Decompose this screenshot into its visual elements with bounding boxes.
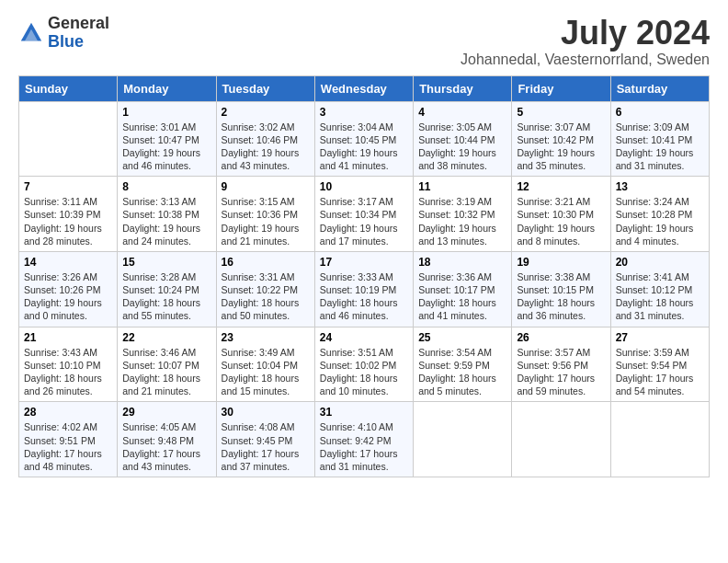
cell-sun-info: Sunrise: 3:43 AMSunset: 10:10 PMDaylight… (24, 346, 112, 398)
day-number: 30 (222, 406, 310, 419)
calendar-cell: 11Sunrise: 3:19 AMSunset: 10:32 PMDaylig… (414, 177, 512, 252)
calendar-cell: 3Sunrise: 3:04 AMSunset: 10:45 PMDayligh… (314, 101, 413, 177)
cell-sun-info: Sunrise: 3:26 AMSunset: 10:26 PMDaylight… (24, 270, 112, 323)
day-number: 17 (320, 256, 408, 269)
day-number: 9 (222, 180, 310, 193)
cell-sun-info: Sunrise: 3:36 AMSunset: 10:17 PMDaylight… (418, 270, 506, 323)
day-number: 11 (418, 180, 506, 193)
calendar-cell: 25Sunrise: 3:54 AMSunset: 9:59 PMDayligh… (414, 327, 512, 402)
day-number: 28 (24, 406, 112, 419)
logo-text: General Blue (48, 15, 109, 52)
day-number: 26 (517, 331, 605, 344)
calendar-cell: 18Sunrise: 3:36 AMSunset: 10:17 PMDaylig… (414, 251, 512, 327)
header-wednesday: Wednesday (314, 75, 413, 101)
cell-sun-info: Sunrise: 4:02 AMSunset: 9:51 PMDaylight:… (24, 420, 112, 473)
day-number: 15 (122, 256, 210, 269)
calendar-header: Sunday Monday Tuesday Wednesday Thursday… (19, 75, 710, 101)
cell-sun-info: Sunrise: 4:05 AMSunset: 9:48 PMDaylight:… (122, 420, 210, 473)
calendar-cell: 8Sunrise: 3:13 AMSunset: 10:38 PMDayligh… (118, 177, 216, 252)
calendar-cell: 17Sunrise: 3:33 AMSunset: 10:19 PMDaylig… (314, 251, 413, 327)
cell-sun-info: Sunrise: 3:21 AMSunset: 10:30 PMDaylight… (517, 195, 605, 247)
header-friday: Friday (512, 75, 610, 101)
day-number: 7 (24, 180, 112, 193)
calendar-cell: 31Sunrise: 4:10 AMSunset: 9:42 PMDayligh… (314, 402, 413, 477)
month-year-title: July 2024 (461, 15, 710, 52)
calendar-cell: 24Sunrise: 3:51 AMSunset: 10:02 PMDaylig… (314, 327, 413, 402)
cell-sun-info: Sunrise: 3:54 AMSunset: 9:59 PMDaylight:… (418, 346, 506, 398)
day-number: 18 (418, 256, 506, 269)
day-number: 13 (616, 180, 704, 193)
day-number: 22 (122, 331, 210, 344)
cell-sun-info: Sunrise: 3:59 AMSunset: 9:54 PMDaylight:… (616, 346, 704, 398)
header-thursday: Thursday (414, 75, 512, 101)
calendar-cell: 4Sunrise: 3:05 AMSunset: 10:44 PMDayligh… (414, 101, 512, 177)
cell-sun-info: Sunrise: 3:11 AMSunset: 10:39 PMDaylight… (24, 195, 112, 247)
header-sunday: Sunday (19, 75, 118, 101)
cell-sun-info: Sunrise: 3:46 AMSunset: 10:07 PMDaylight… (122, 346, 210, 398)
day-number: 14 (24, 256, 112, 269)
calendar-week-3: 14Sunrise: 3:26 AMSunset: 10:26 PMDaylig… (19, 251, 710, 327)
header-tuesday: Tuesday (216, 75, 314, 101)
cell-sun-info: Sunrise: 3:33 AMSunset: 10:19 PMDaylight… (320, 270, 408, 323)
calendar-cell: 30Sunrise: 4:08 AMSunset: 9:45 PMDayligh… (216, 402, 314, 477)
day-number: 3 (320, 106, 408, 119)
calendar-cell: 5Sunrise: 3:07 AMSunset: 10:42 PMDayligh… (512, 101, 610, 177)
logo-icon (18, 20, 44, 46)
day-number: 1 (122, 106, 210, 119)
cell-sun-info: Sunrise: 4:08 AMSunset: 9:45 PMDaylight:… (222, 420, 310, 473)
location-subtitle: Johannedal, Vaesternorrland, Sweden (461, 52, 710, 68)
page-header: General Blue July 2024 Johannedal, Vaest… (18, 15, 710, 68)
day-number: 29 (122, 406, 210, 419)
calendar-cell: 1Sunrise: 3:01 AMSunset: 10:47 PMDayligh… (118, 101, 216, 177)
day-number: 10 (320, 180, 408, 193)
cell-sun-info: Sunrise: 4:10 AMSunset: 9:42 PMDaylight:… (320, 420, 408, 473)
calendar-cell: 26Sunrise: 3:57 AMSunset: 9:56 PMDayligh… (512, 327, 610, 402)
calendar-week-5: 28Sunrise: 4:02 AMSunset: 9:51 PMDayligh… (19, 402, 710, 477)
cell-sun-info: Sunrise: 3:49 AMSunset: 10:04 PMDaylight… (222, 346, 310, 398)
calendar-cell: 12Sunrise: 3:21 AMSunset: 10:30 PMDaylig… (512, 177, 610, 252)
calendar-cell: 21Sunrise: 3:43 AMSunset: 10:10 PMDaylig… (19, 327, 118, 402)
calendar-week-4: 21Sunrise: 3:43 AMSunset: 10:10 PMDaylig… (19, 327, 710, 402)
cell-sun-info: Sunrise: 3:41 AMSunset: 10:12 PMDaylight… (616, 270, 704, 323)
calendar-cell: 27Sunrise: 3:59 AMSunset: 9:54 PMDayligh… (610, 327, 709, 402)
calendar-cell (512, 402, 610, 477)
day-number: 24 (320, 331, 408, 344)
cell-sun-info: Sunrise: 3:05 AMSunset: 10:44 PMDaylight… (418, 121, 506, 173)
cell-sun-info: Sunrise: 3:24 AMSunset: 10:28 PMDaylight… (616, 195, 704, 247)
calendar-body: 1Sunrise: 3:01 AMSunset: 10:47 PMDayligh… (19, 101, 710, 477)
cell-sun-info: Sunrise: 3:28 AMSunset: 10:24 PMDaylight… (122, 270, 210, 323)
calendar-cell: 6Sunrise: 3:09 AMSunset: 10:41 PMDayligh… (610, 101, 709, 177)
cell-sun-info: Sunrise: 3:04 AMSunset: 10:45 PMDaylight… (320, 121, 408, 173)
cell-sun-info: Sunrise: 3:57 AMSunset: 9:56 PMDaylight:… (517, 346, 605, 398)
title-block: July 2024 Johannedal, Vaesternorrland, S… (461, 15, 710, 68)
day-number: 19 (517, 256, 605, 269)
calendar-cell (414, 402, 512, 477)
cell-sun-info: Sunrise: 3:38 AMSunset: 10:15 PMDaylight… (517, 270, 605, 323)
cell-sun-info: Sunrise: 3:07 AMSunset: 10:42 PMDaylight… (517, 121, 605, 173)
calendar-cell: 2Sunrise: 3:02 AMSunset: 10:46 PMDayligh… (216, 101, 314, 177)
calendar-week-2: 7Sunrise: 3:11 AMSunset: 10:39 PMDayligh… (19, 177, 710, 252)
calendar-week-1: 1Sunrise: 3:01 AMSunset: 10:47 PMDayligh… (19, 101, 710, 177)
day-number: 6 (616, 106, 704, 119)
day-number: 23 (222, 331, 310, 344)
cell-sun-info: Sunrise: 3:51 AMSunset: 10:02 PMDaylight… (320, 346, 408, 398)
day-number: 20 (616, 256, 704, 269)
calendar-cell (610, 402, 709, 477)
calendar-cell: 19Sunrise: 3:38 AMSunset: 10:15 PMDaylig… (512, 251, 610, 327)
cell-sun-info: Sunrise: 3:19 AMSunset: 10:32 PMDaylight… (418, 195, 506, 247)
day-number: 2 (222, 106, 310, 119)
cell-sun-info: Sunrise: 3:01 AMSunset: 10:47 PMDaylight… (122, 121, 210, 173)
cell-sun-info: Sunrise: 3:17 AMSunset: 10:34 PMDaylight… (320, 195, 408, 247)
day-number: 25 (418, 331, 506, 344)
cell-sun-info: Sunrise: 3:31 AMSunset: 10:22 PMDaylight… (222, 270, 310, 323)
calendar-cell: 28Sunrise: 4:02 AMSunset: 9:51 PMDayligh… (19, 402, 118, 477)
calendar-cell: 7Sunrise: 3:11 AMSunset: 10:39 PMDayligh… (19, 177, 118, 252)
day-number: 12 (517, 180, 605, 193)
calendar-cell: 16Sunrise: 3:31 AMSunset: 10:22 PMDaylig… (216, 251, 314, 327)
cell-sun-info: Sunrise: 3:13 AMSunset: 10:38 PMDaylight… (122, 195, 210, 247)
header-saturday: Saturday (610, 75, 709, 101)
day-number: 21 (24, 331, 112, 344)
calendar-cell: 29Sunrise: 4:05 AMSunset: 9:48 PMDayligh… (118, 402, 216, 477)
day-number: 8 (122, 180, 210, 193)
header-monday: Monday (118, 75, 216, 101)
